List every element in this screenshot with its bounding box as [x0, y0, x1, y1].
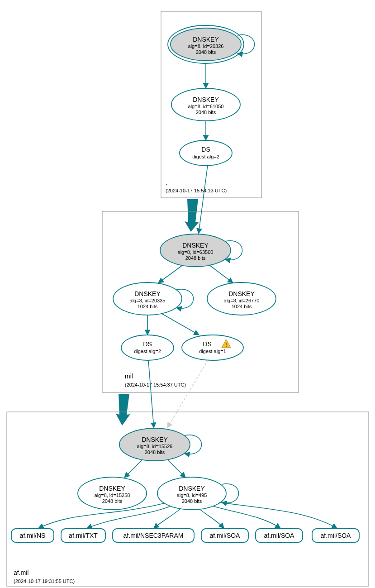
node-af-zsk1-l3: 2048 bits	[102, 498, 123, 504]
svg-point-3	[180, 140, 232, 166]
node-root-ksk-title: DNSKEY	[193, 36, 219, 43]
rrset-r6-label: af.mil/SOA	[321, 532, 351, 539]
node-mil-ksk[interactable]: DNSKEY alg=8, id=63500 2048 bits	[160, 234, 231, 267]
rrset-af-soa-1[interactable]: af.mil/SOA	[201, 529, 248, 542]
zone-arrow-mil-to-afmil	[116, 394, 130, 425]
edge-milzsk1-ds2	[161, 313, 199, 335]
node-mil-zsk1-l3: 1024 bits	[138, 304, 158, 309]
node-af-zsk2-l3: 2048 bits	[182, 498, 202, 504]
svg-point-8	[182, 335, 243, 360]
node-root-ds-title: DS	[201, 146, 210, 153]
rrset-af-txt[interactable]: af.mil/TXT	[61, 529, 105, 542]
node-mil-ds2-l2: digest alg=1	[199, 349, 226, 354]
zone-root-label: .	[166, 179, 167, 186]
node-af-zsk1[interactable]: DNSKEY alg=8, id=15258 2048 bits	[78, 477, 147, 510]
node-root-ds[interactable]: DS digest alg=2	[180, 140, 232, 166]
node-af-ksk[interactable]: DNSKEY alg=8, id=15529 2048 bits	[119, 428, 190, 461]
node-mil-ds1-l2: digest alg=2	[134, 349, 161, 354]
node-af-ksk-l2: alg=8, id=15529	[137, 444, 173, 449]
node-af-zsk2-l2: alg=8, id=495	[177, 492, 207, 498]
edge-milksk-zsk1	[158, 265, 183, 283]
node-af-ksk-l3: 2048 bits	[145, 449, 165, 455]
zone-mil-label: mil	[125, 373, 133, 380]
edge-afzsk2-r6	[219, 502, 337, 528]
node-af-zsk2-title: DNSKEY	[179, 485, 205, 492]
svg-point-7	[121, 335, 174, 360]
edge-afksk-zsk2	[167, 459, 185, 478]
node-mil-zsk2-l3: 1024 bits	[232, 304, 252, 309]
node-mil-ksk-title: DNSKEY	[182, 242, 209, 249]
node-mil-ds1[interactable]: DS digest alg=2	[121, 335, 174, 360]
node-root-zsk-title: DNSKEY	[193, 96, 219, 103]
rrset-r3-label: af.mil/NSEC3PARAM	[123, 532, 184, 539]
node-mil-zsk1-l2: alg=8, id=20335	[130, 298, 166, 303]
rrset-af-ns[interactable]: af.mil/NS	[11, 529, 54, 542]
node-mil-zsk1-title: DNSKEY	[134, 290, 161, 297]
edge-milds1-afksk	[148, 360, 154, 428]
node-root-zsk[interactable]: DNSKEY alg=8, id=61050 2048 bits	[171, 88, 240, 121]
edge-milds2-afksk	[167, 360, 208, 428]
zone-arrow-root-to-mil	[185, 199, 199, 232]
node-af-zsk1-title: DNSKEY	[99, 485, 125, 492]
dnssec-chain-diagram: . (2024-10-17 15:54:13 UTC) DNSKEY alg=8…	[0, 0, 375, 588]
node-mil-ksk-l3: 2048 bits	[185, 255, 206, 261]
rrset-r5-label: af.mil/SOA	[264, 532, 295, 539]
zone-root-timestamp: (2024-10-17 15:54:13 UTC)	[166, 188, 227, 193]
edge-afksk-zsk1	[124, 459, 142, 478]
rrset-r2-label: af.mil/TXT	[69, 532, 98, 539]
node-mil-zsk1[interactable]: DNSKEY alg=8, id=20335 1024 bits	[113, 282, 182, 315]
edge-afzsk2-r3	[154, 508, 181, 528]
node-mil-zsk2-title: DNSKEY	[228, 290, 255, 297]
node-root-ds-l2: digest alg=2	[192, 154, 219, 159]
rrset-af-nsec3param[interactable]: af.mil/NSEC3PARAM	[113, 529, 194, 542]
node-mil-zsk2-l2: alg=8, id=26770	[224, 298, 260, 303]
zone-mil-timestamp: (2024-10-17 15:54:37 UTC)	[125, 382, 186, 387]
node-mil-ksk-l2: alg=8, id=63500	[178, 249, 214, 255]
node-af-zsk2[interactable]: DNSKEY alg=8, id=495 2048 bits	[157, 477, 226, 510]
node-root-ksk-l2: alg=8, id=20326	[188, 43, 224, 49]
zone-afmil-timestamp: (2024-10-17 19:31:55 UTC)	[14, 578, 75, 584]
rrset-af-soa-3[interactable]: af.mil/SOA	[312, 529, 359, 542]
rrset-r4-label: af.mil/SOA	[210, 532, 241, 539]
edge-afzsk2-r4	[199, 509, 224, 528]
node-root-ksk[interactable]: DNSKEY alg=8, id=20326 2048 bits	[168, 25, 244, 63]
node-mil-ds2[interactable]: DS digest alg=1 !	[182, 335, 243, 360]
node-mil-ds2-title: DS	[203, 340, 211, 348]
edge-rootds-milksk	[199, 165, 208, 234]
edge-milksk-zsk2	[209, 265, 233, 283]
rrset-r1-label: af.mil/NS	[20, 532, 46, 539]
node-root-zsk-l3: 2048 bits	[196, 110, 216, 115]
zone-afmil-label: af.mil	[14, 569, 28, 576]
node-af-zsk1-l2: alg=8, id=15258	[95, 492, 130, 498]
svg-text:!: !	[225, 342, 227, 348]
node-root-zsk-l2: alg=8, id=61050	[188, 104, 224, 109]
node-af-ksk-title: DNSKEY	[142, 436, 168, 443]
rrset-af-soa-2[interactable]: af.mil/SOA	[256, 529, 303, 542]
node-root-ksk-l3: 2048 bits	[196, 49, 216, 55]
node-mil-ds1-title: DS	[143, 340, 152, 348]
node-mil-zsk2[interactable]: DNSKEY alg=8, id=26770 1024 bits	[207, 282, 276, 315]
